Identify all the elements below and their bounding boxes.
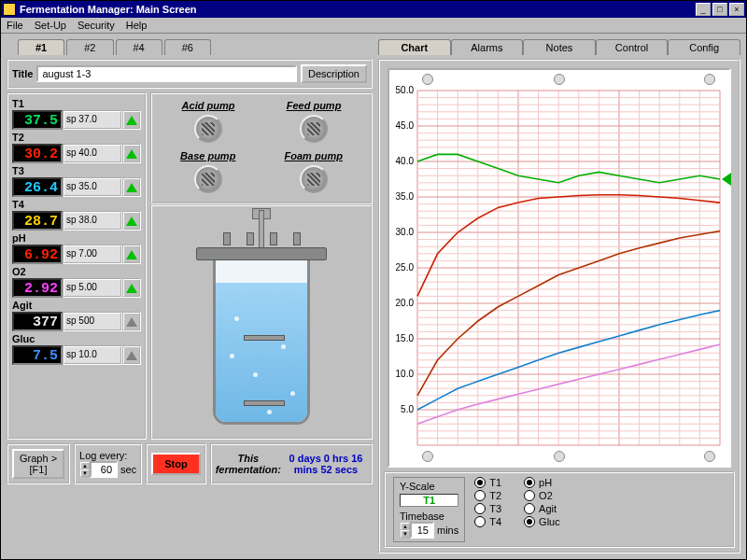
chart-controls: Y-Scale T1 Timebase ▲▼ mins T1pHT2O2T3Ag… <box>384 471 735 548</box>
chart-handle-icon[interactable] <box>704 451 715 462</box>
svg-text:35.0: 35.0 <box>396 191 415 202</box>
chart-handle-icon[interactable] <box>422 451 433 462</box>
reading-value: 37.5 <box>12 110 63 130</box>
reading-value: 377 <box>12 312 63 331</box>
series-radio-t1[interactable]: T1 <box>474 477 501 488</box>
radio-label: T2 <box>489 490 501 501</box>
triangle-up-icon <box>126 183 137 192</box>
chart-handle-icon[interactable] <box>554 74 565 85</box>
workarea: #1 #2 #4 #6 Title Description T137.5sp 3… <box>1 34 746 559</box>
reading-gluc: Gluc7.5sp 10.0 <box>12 333 141 365</box>
acid-pump[interactable]: Acid pump <box>178 98 239 148</box>
reading-setpoint[interactable]: sp 40.0 <box>63 144 122 163</box>
pump-knob-icon <box>194 115 222 143</box>
radio-label: T1 <box>489 477 501 488</box>
feed-pump[interactable]: Feed pump <box>283 98 345 148</box>
tab-notes[interactable]: Notes <box>523 39 596 55</box>
radio-label: pH <box>539 477 552 488</box>
radio-label: T3 <box>489 503 501 514</box>
svg-text:5.0: 5.0 <box>401 404 414 414</box>
series-radio-agit[interactable]: Agit <box>524 503 560 514</box>
radio-icon <box>524 477 535 488</box>
left-column: #1 #2 #4 #6 Title Description T137.5sp 3… <box>7 39 373 553</box>
reactor-tab-4[interactable]: #4 <box>116 39 162 55</box>
reading-value: 26.4 <box>12 177 63 197</box>
minimize-button[interactable]: _ <box>696 3 711 16</box>
reading-setpoint[interactable]: sp 500 <box>63 312 122 331</box>
reactor-tab-6[interactable]: #6 <box>164 39 211 55</box>
reading-indicator[interactable] <box>122 211 141 231</box>
reactor-tab-1[interactable]: #1 <box>18 39 64 55</box>
menu-help[interactable]: Help <box>126 20 148 31</box>
reading-indicator[interactable] <box>122 144 141 163</box>
reading-indicator[interactable] <box>122 110 141 130</box>
menu-security[interactable]: Security <box>78 20 115 31</box>
radio-icon <box>524 516 535 527</box>
tab-control[interactable]: Control <box>596 39 669 55</box>
radio-icon <box>474 477 486 488</box>
menu-setup[interactable]: Set-Up <box>35 20 66 31</box>
series-radio-t4[interactable]: T4 <box>474 516 501 527</box>
reading-indicator[interactable] <box>122 177 141 197</box>
chart-handle-icon[interactable] <box>554 451 565 462</box>
description-button[interactable]: Description <box>301 64 367 83</box>
series-radio-t2[interactable]: T2 <box>474 490 501 501</box>
reading-setpoint[interactable]: sp 7.00 <box>63 245 122 264</box>
yscale-value[interactable]: T1 <box>400 494 458 507</box>
reading-label: Agit <box>12 300 141 311</box>
reading-setpoint[interactable]: sp 37.0 <box>63 110 122 130</box>
reading-o2: O22.92sp 5.00 <box>12 266 141 298</box>
series-radio-t3[interactable]: T3 <box>474 503 501 514</box>
triangle-up-icon <box>126 351 137 360</box>
log-spinner-arrows[interactable]: ▲▼ <box>80 462 90 477</box>
reading-setpoint[interactable]: sp 38.0 <box>63 211 122 231</box>
right-tabrow: Chart Alarms Notes Control Config <box>378 39 740 55</box>
menubar: File Set-Up Security Help <box>1 18 746 34</box>
chart-cursor-icon[interactable] <box>722 173 731 186</box>
triangle-up-icon <box>126 284 137 293</box>
reading-setpoint[interactable]: sp 10.0 <box>63 345 122 365</box>
reactor-tabrow: #1 #2 #4 #6 <box>7 39 373 55</box>
reading-indicator[interactable] <box>122 278 141 298</box>
chart-plot[interactable]: 5.010.015.020.025.030.035.040.045.050.0 <box>388 68 731 468</box>
reactor-tab-2[interactable]: #2 <box>66 39 113 55</box>
triangle-up-icon <box>126 250 137 259</box>
menu-file[interactable]: File <box>7 20 23 31</box>
window-title: Fermentation Manager: Main Screen <box>20 4 694 15</box>
title-input[interactable] <box>36 65 297 82</box>
reading-indicator[interactable] <box>122 345 141 365</box>
reading-setpoint[interactable]: sp 5.00 <box>63 278 122 298</box>
reading-ph: pH6.92sp 7.00 <box>12 232 141 264</box>
base-pump[interactable]: Base pump <box>176 148 239 199</box>
stop-button[interactable]: Stop <box>151 453 200 475</box>
pump-knob-icon <box>194 165 222 193</box>
tab-alarms[interactable]: Alarms <box>451 39 524 55</box>
tab-config[interactable]: Config <box>668 39 740 55</box>
title-label: Title <box>12 68 33 79</box>
chart-handle-icon[interactable] <box>422 74 433 85</box>
reading-value: 6.92 <box>12 245 63 264</box>
maximize-button[interactable]: □ <box>712 3 727 16</box>
tab-chart[interactable]: Chart <box>378 39 451 55</box>
foam-pump[interactable]: Foam pump <box>281 148 346 199</box>
timebase-unit: mins <box>437 525 458 536</box>
reading-label: O2 <box>12 266 141 277</box>
radio-icon <box>474 490 486 501</box>
log-interval-input[interactable] <box>90 461 118 478</box>
graph-button[interactable]: Graph > [F1] <box>12 449 64 479</box>
chart-handle-icon[interactable] <box>704 74 715 85</box>
titlebar: Fermentation Manager: Main Screen _ □ × <box>1 1 746 18</box>
right-column: Chart Alarms Notes Control Config 5.010.… <box>378 39 740 553</box>
svg-text:45.0: 45.0 <box>396 120 415 131</box>
pump-knob-icon <box>300 115 328 143</box>
reading-t2: T230.2sp 40.0 <box>12 132 141 163</box>
reading-indicator[interactable] <box>122 312 141 331</box>
series-radio-ph[interactable]: pH <box>524 477 560 488</box>
series-radio-o2[interactable]: O2 <box>524 490 560 501</box>
timebase-input[interactable] <box>410 522 434 539</box>
reading-setpoint[interactable]: sp 35.0 <box>63 177 122 197</box>
reading-indicator[interactable] <box>122 245 141 264</box>
series-radio-gluc[interactable]: Gluc <box>524 516 560 527</box>
close-button[interactable]: × <box>729 3 744 16</box>
timebase-spinner-arrows[interactable]: ▲▼ <box>401 523 410 538</box>
